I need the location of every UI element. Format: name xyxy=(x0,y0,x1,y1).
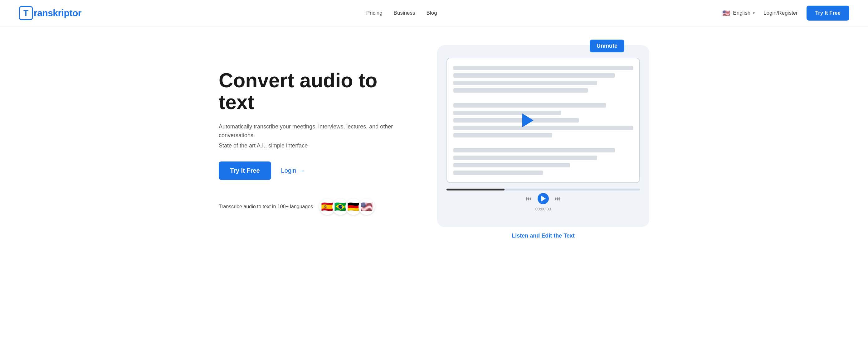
nav-try-free-button[interactable]: Try It Free xyxy=(807,6,849,21)
fast-forward-button[interactable] xyxy=(553,194,562,203)
play-cursor-icon xyxy=(522,113,533,127)
doc-line xyxy=(453,73,615,78)
language-selector[interactable]: 🇺🇸 English ▾ xyxy=(722,9,755,18)
navbar: T ranskriptor Pricing Business Blog 🇺🇸 E… xyxy=(0,0,868,27)
nav-links: Pricing Business Blog xyxy=(366,10,437,16)
doc-line xyxy=(453,170,543,175)
languages-section: Transcribe audio to text in 100+ languag… xyxy=(219,199,418,215)
logo-letter: T xyxy=(23,8,28,18)
doc-line xyxy=(453,118,579,123)
logo-icon: T xyxy=(19,6,33,20)
play-icon xyxy=(541,196,546,201)
login-register-link[interactable]: Login/Register xyxy=(764,10,798,16)
progress-bar-fill xyxy=(446,189,504,191)
hero-login-link[interactable]: Login → xyxy=(281,167,305,174)
logo-text: ranskriptor xyxy=(34,8,82,19)
nav-right: 🇺🇸 English ▾ Login/Register Try It Free xyxy=(722,6,849,21)
listen-edit-link[interactable]: Listen and Edit the Text xyxy=(512,233,575,239)
hero-buttons: Try It Free Login → xyxy=(219,162,418,180)
illustration-wrapper: Unmute xyxy=(437,45,649,227)
hero-section: Convert audio to text Automatically tran… xyxy=(200,27,668,255)
audio-player: 00:00:03 xyxy=(446,189,640,211)
hero-subtitle-2: State of the art A.I., simple interface xyxy=(219,142,418,149)
languages-text: Transcribe audio to text in 100+ languag… xyxy=(219,204,313,209)
nav-pricing[interactable]: Pricing xyxy=(366,10,382,16)
hero-try-free-button[interactable]: Try It Free xyxy=(219,162,271,180)
hero-subtitle-1: Automatically transcribe your meetings, … xyxy=(219,122,418,140)
document-mockup xyxy=(446,58,640,183)
progress-bar[interactable] xyxy=(446,189,640,191)
nav-blog[interactable]: Blog xyxy=(427,10,437,16)
doc-line xyxy=(453,133,552,137)
doc-line xyxy=(453,111,561,115)
doc-lines xyxy=(453,66,633,175)
doc-line xyxy=(453,126,633,130)
language-label: English xyxy=(733,10,750,16)
rewind-button[interactable] xyxy=(525,194,533,203)
usa-flag: 🇺🇸 xyxy=(359,199,375,215)
rewind-icon xyxy=(526,195,532,202)
flags-row: 🇪🇸 🇧🇷 🇩🇪 🇺🇸 xyxy=(319,199,375,215)
doc-line xyxy=(453,88,588,93)
hero-right: Unmute xyxy=(437,45,649,239)
doc-line xyxy=(453,148,615,153)
doc-line xyxy=(453,163,570,167)
logo[interactable]: T ranskriptor xyxy=(19,6,82,20)
doc-line xyxy=(453,156,597,160)
timestamp-label: 00:00:03 xyxy=(535,207,551,211)
chevron-down-icon: ▾ xyxy=(753,11,755,15)
play-pause-button[interactable] xyxy=(537,193,549,204)
nav-business[interactable]: Business xyxy=(394,10,415,16)
unmute-button[interactable]: Unmute xyxy=(590,40,624,53)
hero-left: Convert audio to text Automatically tran… xyxy=(219,69,418,215)
doc-line xyxy=(453,66,633,70)
doc-line xyxy=(453,81,597,85)
doc-line xyxy=(453,103,606,107)
player-controls xyxy=(525,193,562,204)
forward-icon xyxy=(555,195,560,202)
hero-title: Convert audio to text xyxy=(219,69,418,113)
us-flag-icon: 🇺🇸 xyxy=(722,9,731,18)
